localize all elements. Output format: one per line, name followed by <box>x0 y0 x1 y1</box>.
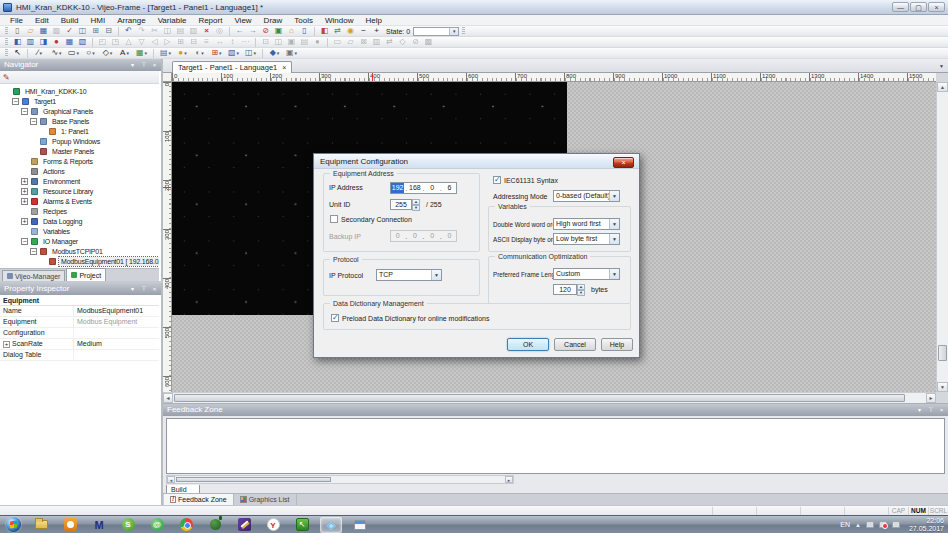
anchor-icon[interactable]: ●▾ <box>311 37 324 47</box>
select-tool-icon[interactable]: ↖▾ <box>11 48 24 58</box>
taskbar-window-app[interactable] <box>349 517 371 533</box>
spread-v-icon[interactable]: ↕▾ <box>226 37 239 47</box>
zoom-in-icon[interactable]: +▾ <box>370 26 383 36</box>
tree-expander[interactable] <box>21 218 28 225</box>
cut-icon[interactable]: ✂▾ <box>148 26 161 36</box>
ok-button[interactable]: OK <box>507 338 549 351</box>
numeric-display-icon[interactable]: ▤▾ <box>157 48 174 58</box>
menu-item[interactable]: Report <box>192 15 228 26</box>
double-word-order-select[interactable]: High word first▼ <box>553 218 620 230</box>
tree-item[interactable]: Master Panels <box>0 146 159 156</box>
tree-item[interactable]: Popup Windows <box>0 136 159 146</box>
tree-item[interactable]: Graphical Panels <box>0 106 159 116</box>
close-button[interactable]: × <box>928 2 945 12</box>
validate-icon[interactable]: ✓▾ <box>63 26 76 36</box>
find-icon[interactable]: ◎▾ <box>213 26 226 36</box>
simulation-icon[interactable]: ◧▾ <box>318 26 331 36</box>
align-left-icon[interactable]: ◰▾ <box>96 37 109 47</box>
distribute-v-icon[interactable]: ⊟▾ <box>187 37 200 47</box>
taskbar-agent[interactable]: @ <box>146 517 168 533</box>
toolbar-grip[interactable] <box>5 27 8 35</box>
menu-item[interactable]: Variable <box>152 15 193 26</box>
tree-expander[interactable] <box>21 238 28 245</box>
lamp-tool-icon[interactable]: ●▾ <box>174 48 191 58</box>
taskbar-mail-app[interactable]: M <box>88 517 110 533</box>
taskbar-skype[interactable]: S <box>117 517 139 533</box>
send-back-icon[interactable]: ▤▾ <box>298 37 311 47</box>
tab-project[interactable]: Project <box>66 268 106 281</box>
spread-h-icon[interactable]: ↔▾ <box>213 37 226 47</box>
build-target-icon[interactable]: ▣▾ <box>272 26 285 36</box>
horizontal-scrollbar[interactable]: ◄ ► <box>163 392 936 403</box>
tree-expander[interactable] <box>21 198 28 205</box>
ascii-byte-order-select[interactable]: Low byte first▼ <box>553 233 620 245</box>
tab-feedback-zone[interactable]: Feedback Zone <box>164 494 234 505</box>
text-tool-icon[interactable]: A▾ <box>116 48 133 58</box>
menu-item[interactable]: View <box>228 15 257 26</box>
tree-expander[interactable] <box>12 98 19 105</box>
panel-grid-icon[interactable]: ◨▾ <box>37 37 50 47</box>
scroll-down-icon[interactable]: ▼ <box>937 382 948 392</box>
record-icon[interactable]: ●▾ <box>50 37 63 47</box>
taskbar-purple-app[interactable] <box>233 517 255 533</box>
menu-item[interactable]: Window <box>319 15 359 26</box>
iec-syntax-checkbox[interactable] <box>493 176 501 184</box>
tree-item[interactable]: HMI_Kran_KDKK-10 <box>0 86 159 96</box>
tree-item[interactable]: Forms & Reports <box>0 156 159 166</box>
tree-item[interactable]: Alarms & Events <box>0 196 159 206</box>
taskbar-green-app[interactable] <box>204 517 226 533</box>
unit-id-spinner[interactable]: ▲▼ <box>412 199 420 210</box>
rectangle-tool-icon[interactable]: ▭▾ <box>65 48 82 58</box>
import-icon[interactable]: ⊞▾ <box>89 26 102 36</box>
tree-item[interactable]: ModbusTCPIP01 <box>0 246 159 256</box>
chevron-down-icon[interactable]: ▼ <box>609 219 619 229</box>
scrollbar-thumb[interactable] <box>938 345 947 361</box>
tab-vijeo-manager[interactable]: Vijeo-Manager <box>2 270 65 281</box>
property-row[interactable]: Equipment Modbus Equipment <box>0 317 159 328</box>
no-fill-icon[interactable]: ⊘▾ <box>409 37 422 47</box>
save-all-icon[interactable]: ▩▾ <box>50 26 63 36</box>
new-icon[interactable]: ▯▾ <box>11 26 24 36</box>
paste-special-icon[interactable]: ▥▾ <box>187 26 200 36</box>
graph-tool-icon[interactable]: ▧▾ <box>225 48 242 58</box>
maximize-button[interactable]: ▢ <box>910 2 927 12</box>
menu-item[interactable]: Draw <box>258 15 289 26</box>
tree-item[interactable]: ModbusEquipment01 [ 192.168.0.6 ] <box>0 256 159 266</box>
minimize-button[interactable]: — <box>892 2 909 12</box>
taskbar-clock[interactable]: 22:06 27.05.2017 <box>905 517 944 533</box>
redo-icon[interactable]: ↷▾ <box>135 26 148 36</box>
feedback-output[interactable] <box>166 418 945 474</box>
scroll-left-icon[interactable]: ◄ <box>167 476 175 483</box>
tray-alert-icon[interactable] <box>879 521 887 528</box>
undo-icon[interactable]: ↶▾ <box>122 26 135 36</box>
align-bottom-icon[interactable]: ▽▾ <box>135 37 148 47</box>
unit-id-field[interactable]: 255 <box>390 199 412 210</box>
edge-color-icon[interactable]: ▭▾ <box>331 37 344 47</box>
image-tool-icon[interactable]: ▦▾ <box>133 48 150 58</box>
toolbar-grip[interactable] <box>462 27 465 35</box>
delete-icon[interactable]: ×▾ <box>200 26 213 36</box>
taskbar-yandex[interactable]: Y <box>262 517 284 533</box>
feedback-scrollbar[interactable]: ◄ ► <box>166 475 514 484</box>
ungroup-objects-icon[interactable]: ◫▾ <box>272 37 285 47</box>
fill-color-icon[interactable]: ▱▾ <box>344 37 357 47</box>
more-align-icon[interactable]: ⋯▾ <box>239 37 252 47</box>
align-right-icon[interactable]: ◳▾ <box>109 37 122 47</box>
tab-graphics-list[interactable]: Graphics List <box>234 494 297 505</box>
open-icon[interactable]: ▱▾ <box>24 26 37 36</box>
ip-protocol-select[interactable]: TCP▼ <box>376 269 442 281</box>
taskbar-remote-app[interactable]: ↖ <box>291 517 313 533</box>
panel-properties-icon[interactable]: ▥▾ <box>24 37 37 47</box>
tree-expander[interactable] <box>21 178 28 185</box>
chevron-down-icon[interactable]: ▼ <box>609 234 619 244</box>
scroll-up-icon[interactable]: ▲ <box>937 82 948 92</box>
dialog-close-button[interactable]: × <box>613 157 634 168</box>
cancel-button[interactable]: Cancel <box>554 338 596 351</box>
menu-item[interactable]: Tools <box>288 15 319 26</box>
taskbar-media-player[interactable] <box>59 517 81 533</box>
save-icon[interactable]: ▦▾ <box>37 26 50 36</box>
chevron-down-icon[interactable]: ▼ <box>609 191 619 201</box>
rotate-left-icon[interactable]: ◁▾ <box>148 37 161 47</box>
taskbar-explorer[interactable] <box>30 517 52 533</box>
tree-expander[interactable] <box>21 108 28 115</box>
